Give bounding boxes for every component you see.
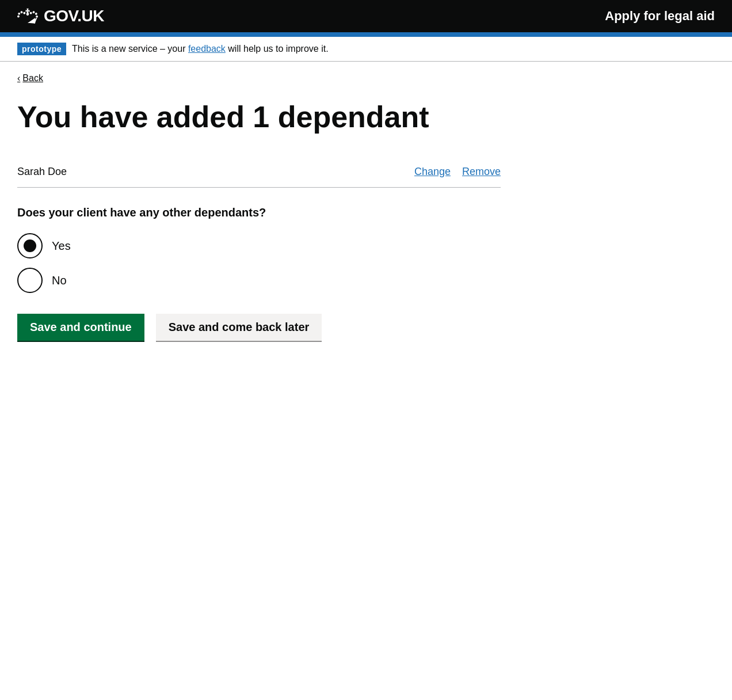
gov-uk-text: GOV.UK: [44, 7, 104, 25]
change-link[interactable]: Change: [414, 166, 451, 178]
save-continue-button[interactable]: Save and continue: [17, 314, 144, 341]
phase-banner: prototype This is a new service – your f…: [0, 37, 732, 62]
back-link-label: Back: [22, 73, 43, 83]
gov-uk-logo[interactable]: GOV.UK: [17, 7, 104, 25]
feedback-link[interactable]: feedback: [188, 44, 226, 54]
remove-link[interactable]: Remove: [462, 166, 501, 178]
phase-text: This is a new service – your feedback wi…: [72, 44, 329, 54]
radio-circle-no: [17, 268, 43, 293]
service-name: Apply for legal aid: [605, 9, 715, 24]
radio-group: Yes No: [17, 233, 501, 293]
phase-text-after: will help us to improve it.: [228, 44, 328, 54]
radio-no[interactable]: No: [17, 268, 501, 293]
radio-label-no: No: [52, 274, 67, 287]
main-content: ‹ Back You have added 1 dependant Sarah …: [0, 62, 518, 375]
question-label: Does your client have any other dependan…: [17, 206, 501, 219]
button-group: Save and continue Save and come back lat…: [17, 314, 501, 341]
site-header: GOV.UK Apply for legal aid: [0, 0, 732, 32]
save-later-button[interactable]: Save and come back later: [156, 314, 322, 341]
radio-circle-yes: [17, 233, 43, 258]
back-chevron: ‹: [17, 73, 20, 83]
page-title: You have added 1 dependant: [17, 101, 501, 134]
phase-text-before: This is a new service – your: [72, 44, 188, 54]
blue-stripe: [0, 32, 732, 37]
dependant-name: Sarah Doe: [17, 166, 403, 178]
radio-dot-yes: [24, 239, 36, 252]
phase-tag: prototype: [17, 43, 66, 55]
radio-yes[interactable]: Yes: [17, 233, 501, 258]
crown-icon: [17, 7, 38, 25]
radio-label-yes: Yes: [52, 239, 71, 253]
dependant-row: Sarah Doe Change Remove: [17, 157, 501, 188]
back-link[interactable]: ‹ Back: [17, 73, 43, 83]
